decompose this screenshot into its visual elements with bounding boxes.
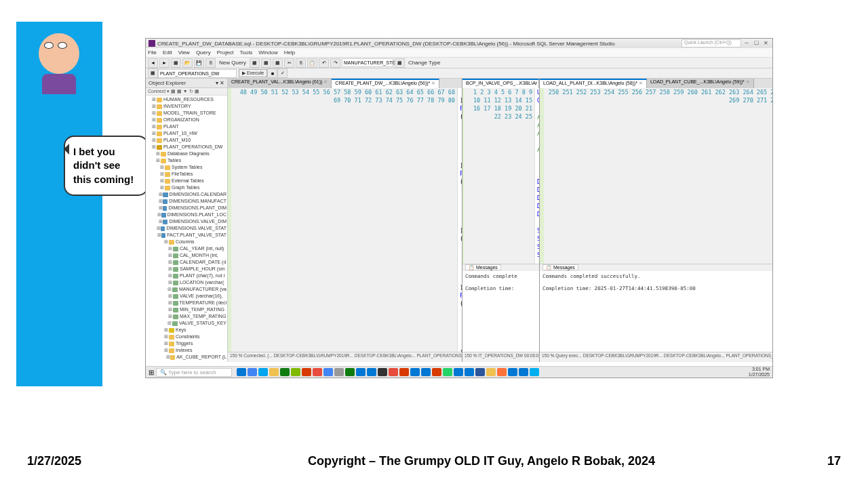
task-icon[interactable] bbox=[410, 368, 420, 376]
task-icon[interactable] bbox=[258, 368, 268, 376]
tree-node[interactable]: ⊞CAL_MONTH (int, bbox=[146, 252, 226, 259]
db-icon3-button[interactable]: ▦ bbox=[273, 58, 283, 68]
editor-tab[interactable]: CREATE_PLANT_VAL...K3BL\Angelo (61))✕ bbox=[228, 79, 332, 88]
tree-node[interactable]: ⊞Statistics bbox=[146, 361, 226, 362]
tree-node[interactable]: ⊞AK_CUBE_REPORT (L bbox=[146, 354, 226, 361]
maximize-button[interactable]: ☐ bbox=[752, 40, 760, 47]
save-button[interactable]: 💾 bbox=[194, 58, 204, 68]
menu-project[interactable]: Project bbox=[217, 49, 234, 56]
tree-node[interactable]: ⊞MAX_TEMP_RATING bbox=[146, 313, 226, 320]
tree-node[interactable]: ⊞MANUFACTURER (va bbox=[146, 286, 226, 293]
tree-node[interactable]: ⊞LOCATION (varchar( bbox=[146, 279, 226, 286]
task-icon[interactable] bbox=[399, 368, 409, 376]
task-icon[interactable] bbox=[269, 368, 279, 376]
task-icon[interactable] bbox=[421, 368, 431, 376]
task-icon[interactable] bbox=[248, 368, 257, 376]
task-icon[interactable] bbox=[367, 368, 376, 376]
saveall-button[interactable]: ⎘ bbox=[205, 58, 216, 68]
change-type-menu[interactable]: Change Type bbox=[406, 60, 442, 66]
parse-button[interactable]: ✓ bbox=[277, 68, 288, 78]
redo-button[interactable]: ↷ bbox=[330, 58, 340, 68]
editor-tab[interactable]: LOAD_PLANT_CUBE_...K3BL\Angelo (59))*✕ bbox=[647, 79, 754, 88]
task-icon[interactable] bbox=[345, 368, 355, 376]
tree-node[interactable]: ⊞DIMENSIONS.MANUFACT bbox=[146, 198, 226, 205]
tree-node[interactable]: ⊞MODEL_TRAIN_STORE bbox=[146, 110, 226, 117]
quick-launch-input[interactable]: Quick Launch (Ctrl+Q) bbox=[682, 39, 741, 47]
task-icon[interactable] bbox=[443, 368, 452, 376]
editor2-code[interactable]: 1 2 3 4 5 6 7 8 9 10 11 12 13 14 15 16 1… bbox=[462, 88, 539, 264]
editor1-code[interactable]: 48 49 50 51 52 53 54 55 56 57 58 59 60 6… bbox=[228, 88, 462, 352]
taskbar-clock[interactable]: 3:01 PM1/27/2025 bbox=[749, 367, 770, 378]
tree-node[interactable]: ⊞Constraints bbox=[146, 333, 226, 340]
minimize-button[interactable]: ─ bbox=[743, 40, 751, 47]
tree-node[interactable]: ⊞PLANT_M10 bbox=[146, 137, 226, 144]
database-selector[interactable]: PLANT_OPERATIONS_DW bbox=[158, 69, 237, 78]
task-icon[interactable] bbox=[334, 368, 344, 376]
menu-view[interactable]: View bbox=[178, 49, 190, 56]
tree-node[interactable]: ⊞DIMENSIONS.PLANT_LOC bbox=[146, 211, 226, 218]
taskbar-search[interactable]: 🔍 Type here to search bbox=[156, 368, 232, 377]
menu-query[interactable]: Query bbox=[196, 49, 211, 56]
menu-edit[interactable]: Edit bbox=[163, 49, 172, 56]
tree-node[interactable]: ⊞DIMENSIONS.VALVE_STAT bbox=[146, 225, 226, 232]
debug-button[interactable]: ■ bbox=[267, 68, 277, 78]
menu-window[interactable]: Window bbox=[258, 49, 277, 56]
task-icon[interactable] bbox=[465, 368, 474, 376]
nav-back-button[interactable]: ◄ bbox=[148, 58, 158, 68]
start-button[interactable]: ⊞ bbox=[149, 369, 154, 376]
messages-tab[interactable]: 📋 Messages bbox=[542, 264, 578, 270]
task-icon[interactable] bbox=[323, 368, 333, 376]
tree-node[interactable]: ⊞VALVE_STATUS_KEY bbox=[146, 320, 226, 327]
tree-node[interactable]: ⊞Tables bbox=[146, 157, 226, 164]
tree-node[interactable]: ⊞HUMAN_RESOURCES bbox=[146, 96, 226, 103]
tree-node[interactable]: ⊞System Tables bbox=[146, 164, 226, 171]
tree-node[interactable]: ⊞DIMENSIONS.VALVE_DIM bbox=[146, 218, 226, 225]
objexp-connect[interactable]: Connect ▾ ▦ ▦ ▼ ↻ ▦ bbox=[146, 88, 227, 96]
tree-node[interactable]: ⊞SAMPLE_HOUR (sm bbox=[146, 266, 226, 272]
nav-fwd-button[interactable]: ► bbox=[159, 58, 170, 68]
tree-node[interactable]: ⊞TEMPERATURE (deci bbox=[146, 300, 226, 306]
task-icon[interactable] bbox=[237, 368, 246, 376]
cut-button[interactable]: ✂ bbox=[284, 58, 294, 68]
task-icon[interactable] bbox=[356, 368, 366, 376]
task-icon[interactable] bbox=[508, 368, 517, 376]
db-icon2-button[interactable]: ▦ bbox=[261, 58, 271, 68]
editor3-code[interactable]: 250 251 252 253 254 255 256 257 258 259 … bbox=[540, 88, 773, 264]
object-tree[interactable]: ⊞HUMAN_RESOURCES⊞INVENTORY⊞MODEL_TRAIN_S… bbox=[146, 96, 227, 362]
tree-node[interactable]: ⊞Triggers bbox=[146, 340, 226, 347]
editor-tab[interactable]: CREATE_PLANT_DW_...K3BL\Angelo (56))*✕ bbox=[332, 79, 439, 88]
tree-node[interactable]: ⊞PLANT (char(7), not r bbox=[146, 272, 226, 279]
task-icon[interactable] bbox=[291, 368, 300, 376]
tree-node[interactable]: ⊞VALVE (varchar(16), bbox=[146, 293, 226, 300]
tree-node[interactable]: ⊞INVENTORY bbox=[146, 103, 226, 110]
task-icon[interactable] bbox=[302, 368, 311, 376]
task-icon[interactable] bbox=[454, 368, 463, 376]
tree-node[interactable]: ⊞CALENDAR_DATE (d bbox=[146, 259, 226, 266]
table-combo[interactable]: MANUFACTURER_STG bbox=[342, 58, 393, 67]
db-icon-button[interactable]: ▦ bbox=[250, 58, 260, 68]
menu-file[interactable]: File bbox=[148, 49, 157, 56]
tree-node[interactable]: ⊞PLANT bbox=[146, 123, 226, 130]
tree-node[interactable]: ⊞Indexes bbox=[146, 347, 226, 354]
task-icon[interactable] bbox=[475, 368, 485, 376]
tree-node[interactable]: ⊞Database Diagrams bbox=[146, 150, 226, 157]
editor-tab[interactable]: LOAD_ALL_PLANT_DI...K3BL\Angelo (58))*✕ bbox=[540, 79, 647, 88]
paste-button[interactable]: 📋 bbox=[307, 58, 317, 68]
tree-node[interactable]: ⊞DIMENSIONS.PLANT_DIM bbox=[146, 205, 226, 211]
menu-tools[interactable]: Tools bbox=[240, 49, 253, 56]
tree-node[interactable]: ⊞PLANT_OPERATIONS_DW bbox=[146, 144, 226, 150]
tree-node[interactable]: ⊞MIN_TEMP_RATING bbox=[146, 306, 226, 313]
task-icon[interactable] bbox=[313, 368, 322, 376]
tree-node[interactable]: ⊞PLANT_10_HW bbox=[146, 130, 226, 137]
diagram-button[interactable]: ▦ bbox=[395, 58, 405, 68]
task-icon[interactable] bbox=[519, 368, 528, 376]
tree-node[interactable]: ⊞Columns bbox=[146, 239, 226, 245]
new-button[interactable]: ▦ bbox=[171, 58, 181, 68]
task-icon[interactable] bbox=[530, 368, 539, 376]
messages-tab[interactable]: 📋 Messages bbox=[465, 264, 501, 270]
task-icon[interactable] bbox=[486, 368, 496, 376]
menu-help[interactable]: Help bbox=[284, 49, 295, 56]
copy-button[interactable]: ⎘ bbox=[296, 58, 306, 68]
tree-node[interactable]: ⊞FileTables bbox=[146, 171, 226, 178]
task-icon[interactable] bbox=[280, 368, 290, 376]
